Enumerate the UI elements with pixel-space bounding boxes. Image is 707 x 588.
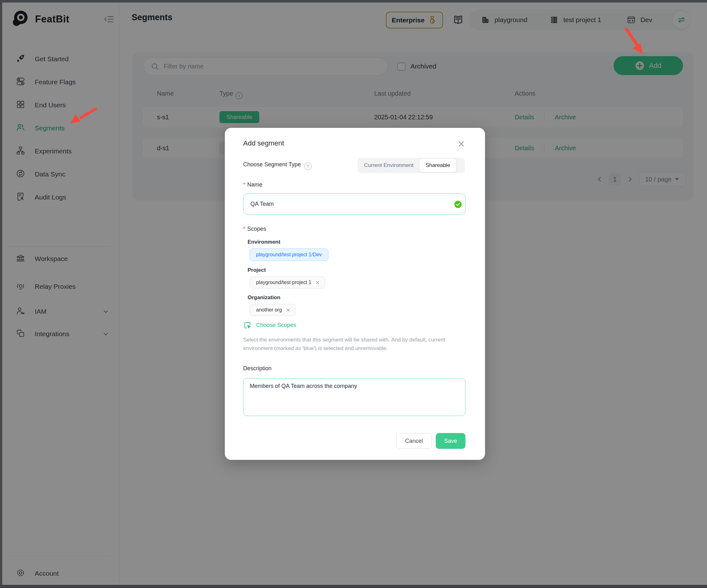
organization-scope-label: Organization (247, 295, 280, 301)
segment-type-field-label: Choose Segment Type? (243, 161, 312, 170)
remove-tag-icon[interactable] (315, 280, 320, 285)
environment-scope-tag: playground/test project 1/Dev (249, 248, 328, 261)
save-button[interactable]: Save (436, 433, 465, 449)
remove-tag-icon[interactable] (286, 308, 291, 312)
scopes-help-text: Select the environments that this segmen… (243, 336, 464, 352)
organization-scope-tag: another org (249, 304, 296, 316)
environment-scope-label: Environment (247, 239, 280, 245)
choose-scopes-label: Choose Scopes (256, 322, 296, 328)
segment-type-option-current-environment[interactable]: Current Environment (359, 159, 419, 172)
required-marker: * (243, 181, 245, 188)
cancel-button[interactable]: Cancel (396, 433, 432, 449)
modal-title: Add segment (243, 139, 284, 147)
close-icon[interactable] (457, 140, 465, 149)
choose-scopes-button[interactable]: Choose Scopes (243, 321, 296, 330)
segment-type-option-shareable[interactable]: Shareable (419, 159, 457, 172)
required-marker: * (243, 226, 245, 232)
project-scope-label: Project (247, 267, 266, 273)
add-segment-modal: Add segment Choose Segment Type? Current… (225, 128, 485, 460)
description-field-label: Description (243, 365, 272, 372)
help-icon: ? (304, 163, 312, 170)
choose-scopes-icon (243, 321, 252, 330)
app-root: FeatBit Get Started Feature Flags End Us… (0, 0, 707, 588)
scopes-field-label: *Scopes (243, 226, 266, 232)
segment-name-input[interactable] (243, 194, 465, 215)
project-scope-tag: playground/test project 1 (249, 276, 325, 288)
segment-type-toggle: Current Environment Shareable (358, 158, 465, 173)
valid-check-icon (454, 200, 462, 210)
description-textarea[interactable]: Members of QA Team across the company (243, 378, 465, 416)
name-field-label: *Name (243, 181, 262, 188)
